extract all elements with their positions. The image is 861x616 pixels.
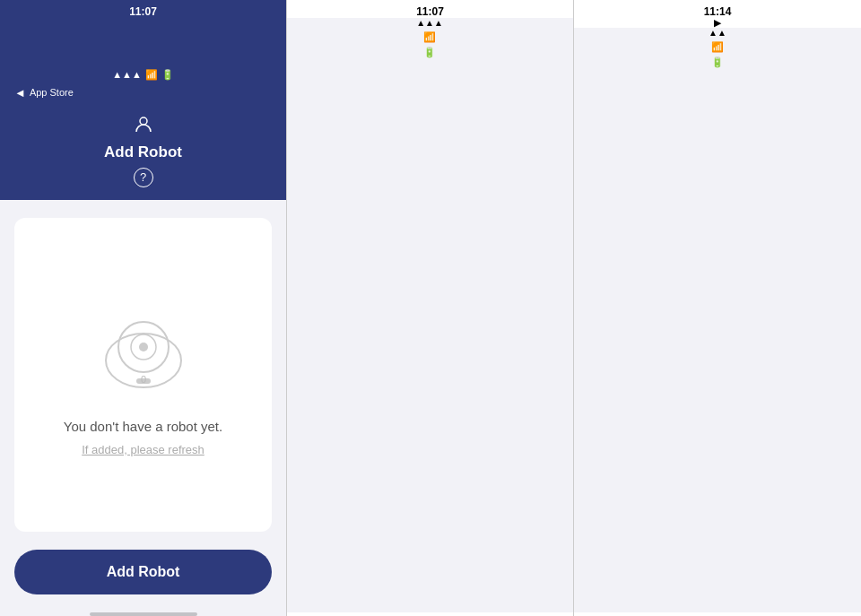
battery-icon-2: 🔋 [423, 47, 436, 58]
panel1-content: 0 You don't have a robot yet. If added, … [0, 200, 287, 612]
no-robot-text: You don't have a robot yet. [64, 419, 222, 434]
panel-add-robot: 11:07 ▲▲▲ 📶 🔋 ◄ App Store Add Robot ? [0, 0, 287, 616]
question-icon[interactable]: ? [134, 168, 153, 187]
time-1: 11:07 [129, 5, 157, 18]
battery-icon-1: 🔋 [161, 69, 174, 81]
add-robot-button[interactable]: Add Robot [14, 550, 272, 594]
svg-text:0: 0 [140, 374, 145, 385]
status-bar-2: 11:07 ▲▲▲ 📶 🔋 [287, 0, 574, 616]
status-icons-1: ▲▲▲ 📶 🔋 [112, 69, 174, 81]
signal-icon-3: ▲▲ [709, 28, 726, 38]
robot-card: 0 You don't have a robot yet. If added, … [14, 218, 272, 532]
refresh-link[interactable]: If added, please refresh [82, 443, 204, 456]
signal-icon-2: ▲▲▲ [416, 18, 443, 28]
robot-illustration: 0 [94, 293, 193, 392]
panel-network-config: 11:07 ▲▲▲ 📶 🔋 ◄ App Store ▶ ‹ Network Co… [287, 0, 574, 616]
time-3: 11:14 [704, 5, 732, 18]
status-bar-3: 11:14 ▶ ▲▲ 📶 🔋 [574, 0, 861, 616]
svg-point-0 [140, 117, 147, 125]
home-indicator-1 [0, 612, 286, 616]
app-store-label-1: App Store [30, 87, 74, 98]
time-2: 11:07 [416, 5, 444, 18]
nav-title-1: Add Robot [104, 143, 182, 161]
signal-icon-1: ▲▲▲ [112, 69, 142, 80]
status-icons-3: ▲▲ 📶 🔋 [574, 28, 861, 612]
battery-icon-3: 🔋 [711, 56, 724, 68]
status-bar-1: 11:07 ▲▲▲ 📶 🔋 [0, 0, 287, 84]
nav-bar-1: Add Robot ? [0, 105, 287, 200]
panel-select-room: 11:14 ▶ ▲▲ 📶 🔋 Connexion réussie Sélecti… [574, 0, 861, 616]
wifi-icon-3: 📶 [711, 41, 724, 53]
location-icon-3: ▶ [714, 18, 721, 28]
wifi-icon-2: 📶 [423, 31, 436, 43]
wifi-icon-1: 📶 [145, 69, 158, 81]
status-icons-2: ▲▲▲ 📶 🔋 [287, 18, 574, 612]
user-icon[interactable] [134, 114, 153, 137]
back-arrow-1[interactable]: ◄ [14, 86, 26, 100]
svg-point-4 [139, 343, 148, 351]
